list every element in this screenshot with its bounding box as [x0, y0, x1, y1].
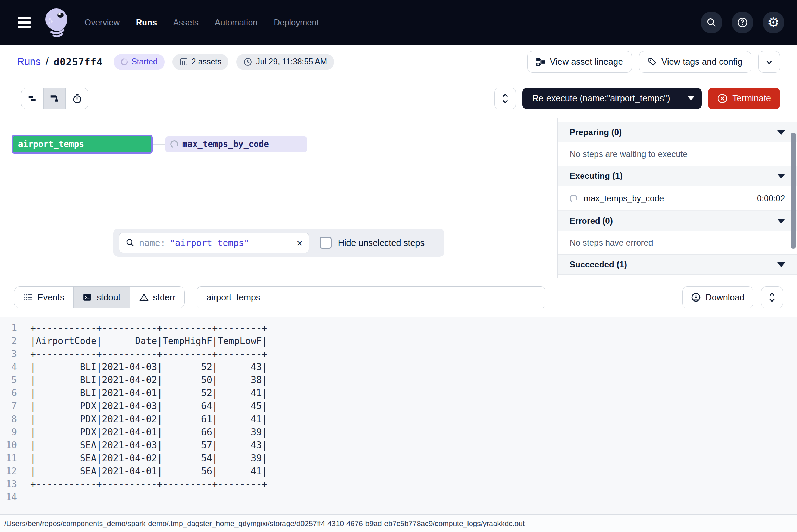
line-text: | BLI|2021-04-03| 52| 43| — [30, 361, 267, 374]
preparing-empty-text: No steps are waiting to execute — [558, 142, 797, 166]
line-number: 2 — [0, 335, 23, 348]
log-tabs: Events stdout stderr — [14, 286, 185, 308]
menu-icon[interactable] — [18, 17, 31, 28]
hide-unselected-checkbox[interactable] — [320, 237, 332, 249]
view-timer-button[interactable] — [66, 88, 88, 109]
line-text: | SEA|2021-04-03| 57| 43| — [30, 439, 267, 452]
line-number: 7 — [0, 400, 23, 413]
dagster-logo-icon[interactable] — [44, 7, 69, 38]
executing-step-row[interactable]: max_temps_by_code 0:00:02 — [558, 186, 797, 211]
line-number: 8 — [0, 413, 23, 426]
log-step-selector[interactable]: airport_temps — [197, 286, 545, 308]
reexecute-button[interactable]: Re-execute (name:"airport_temps") — [522, 93, 680, 103]
reexecute-dropdown-button[interactable] — [680, 88, 702, 109]
view-waterfall-gantt-button[interactable] — [44, 88, 66, 109]
run-header: Runs / d0257ff4 Started 2 assets Jul 29,… — [0, 45, 797, 79]
settings-button[interactable]: ⚙ — [763, 12, 784, 33]
search-icon — [126, 238, 135, 247]
stopwatch-icon — [72, 93, 82, 104]
terminate-button[interactable]: Terminate — [708, 88, 780, 109]
gantt-chart: airport_temps max_temps_by_code name:"ai… — [0, 118, 557, 278]
waterfall-gantt-icon — [49, 93, 60, 104]
updown-chevrons-icon — [767, 292, 777, 303]
section-succeeded[interactable]: Succeeded (1) — [558, 254, 797, 275]
more-run-actions-button[interactable] — [758, 51, 780, 73]
log-lines: 1 +-----------+----------+---------+----… — [0, 317, 797, 504]
nav-item-deployment[interactable]: Deployment — [274, 18, 319, 27]
hide-unselected-label[interactable]: Hide unselected steps — [338, 238, 425, 248]
search-button[interactable] — [701, 12, 722, 33]
spinner-icon — [569, 193, 578, 203]
section-errored[interactable]: Errored (0) — [558, 211, 797, 231]
step-filter-input[interactable]: name:"airport_temps" ✕ — [119, 233, 309, 253]
log-toolbar: Events stdout stderr airport_temps Downl… — [0, 278, 797, 317]
zoom-fit-button[interactable] — [494, 88, 516, 109]
log-line: 7 | PDX|2021-04-03| 64| 45| — [0, 400, 797, 413]
tab-stderr[interactable]: stderr — [130, 287, 185, 308]
help-button[interactable] — [732, 12, 753, 33]
gantt-step-max-temps-by-code[interactable]: max_temps_by_code — [165, 136, 307, 152]
run-main: airport_temps max_temps_by_code name:"ai… — [0, 118, 797, 278]
clear-filter-icon[interactable]: ✕ — [297, 238, 302, 248]
log-file-path: /Users/ben/repos/components_demo/spark-d… — [4, 519, 525, 528]
gear-icon: ⚙ — [767, 16, 779, 29]
panel-scrollbar-thumb[interactable] — [791, 133, 796, 249]
view-asset-lineage-button[interactable]: View asset lineage — [527, 51, 632, 73]
download-icon — [691, 292, 701, 302]
breadcrumb-runs-link[interactable]: Runs — [17, 56, 41, 68]
line-text: |AirportCode| Date|TempHighF|TempLowF| — [30, 335, 267, 348]
log-line: 2 |AirportCode| Date|TempHighF|TempLowF| — [0, 335, 797, 348]
line-number: 9 — [0, 426, 23, 439]
nav-item-runs[interactable]: Runs — [136, 18, 157, 27]
log-line: 5 | BLI|2021-04-02| 50| 38| — [0, 374, 797, 387]
nav-item-automation[interactable]: Automation — [215, 18, 257, 27]
search-icon — [706, 17, 717, 28]
line-text: | BLI|2021-04-02| 50| 38| — [30, 374, 267, 387]
terminal-icon — [83, 293, 92, 302]
log-path-footer: /Users/ben/repos/components_demo/spark-d… — [0, 514, 797, 532]
section-preparing[interactable]: Preparing (0) — [558, 122, 797, 142]
nav-item-overview[interactable]: Overview — [84, 18, 120, 27]
line-text: | BLI|2021-04-01| 52| 41| — [30, 387, 267, 400]
line-text: | SEA|2021-04-01| 56| 41| — [30, 465, 267, 478]
run-toolbar: Re-execute (name:"airport_temps") Termin… — [0, 79, 797, 118]
gantt-step-airport-temps[interactable]: airport_temps — [12, 135, 153, 154]
nav-item-assets[interactable]: Assets — [173, 18, 199, 27]
tab-events[interactable]: Events — [14, 287, 74, 308]
line-text: | PDX|2021-04-01| 66| 39| — [30, 426, 267, 439]
log-line: 4 | BLI|2021-04-03| 52| 43| — [0, 361, 797, 374]
line-number: 6 — [0, 387, 23, 400]
line-text: +-----------+----------+---------+------… — [30, 478, 267, 491]
status-badge: Started — [114, 54, 164, 70]
lineage-icon — [536, 57, 545, 66]
steps-status-panel: Preparing (0) No steps are waiting to ex… — [557, 118, 797, 278]
warning-triangle-icon — [139, 293, 149, 302]
line-text: | SEA|2021-04-02| 54| 39| — [30, 452, 267, 465]
grid-icon — [180, 58, 188, 66]
line-text: | PDX|2021-04-03| 64| 45| — [30, 400, 267, 413]
nav-items: Overview Runs Assets Automation Deployme… — [84, 18, 319, 27]
timestamp-badge: Jul 29, 11:38:55 AM — [236, 54, 334, 70]
expand-log-button[interactable] — [761, 286, 783, 308]
view-flat-gantt-button[interactable] — [21, 88, 44, 109]
status-spinner-icon — [120, 57, 130, 67]
top-navbar: Overview Runs Assets Automation Deployme… — [0, 0, 797, 45]
gutter-divider — [23, 317, 23, 514]
download-button[interactable]: Download — [682, 286, 753, 308]
circled-x-icon — [717, 93, 728, 104]
line-number: 5 — [0, 374, 23, 387]
assets-badge[interactable]: 2 assets — [172, 54, 229, 70]
line-number: 1 — [0, 322, 23, 335]
view-tags-config-button[interactable]: View tags and config — [639, 51, 751, 73]
spinner-icon — [169, 139, 179, 149]
tab-stdout[interactable]: stdout — [74, 287, 130, 308]
log-line: 13 +-----------+----------+---------+---… — [0, 478, 797, 491]
section-executing[interactable]: Executing (1) — [558, 166, 797, 186]
line-number: 11 — [0, 452, 23, 465]
collapse-triangle-icon — [777, 174, 785, 178]
line-number: 14 — [0, 491, 23, 504]
updown-chevrons-icon — [501, 93, 510, 104]
collapse-triangle-icon — [777, 262, 785, 267]
log-line: 1 +-----------+----------+---------+----… — [0, 322, 797, 335]
stdout-log-viewer[interactable]: 1 +-----------+----------+---------+----… — [0, 317, 797, 514]
